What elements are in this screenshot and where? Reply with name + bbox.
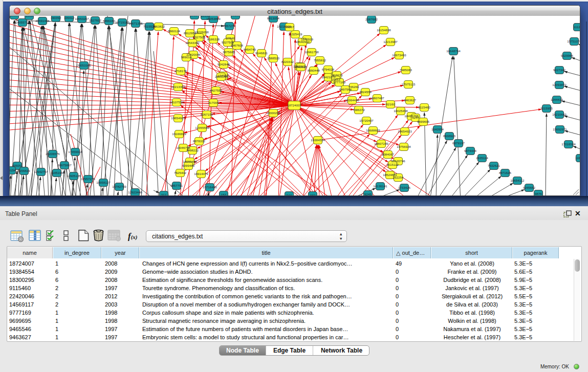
svg-text:3215955: 3215955	[540, 106, 553, 110]
svg-text:8660124: 8660124	[168, 29, 181, 33]
svg-text:8813054: 8813054	[267, 16, 280, 20]
svg-text:9242848: 9242848	[217, 62, 230, 66]
svg-text:2069: 2069	[26, 16, 33, 17]
svg-text:2867608: 2867608	[231, 43, 244, 47]
svg-text:8454749: 8454749	[244, 48, 256, 51]
svg-text:18226058: 18226058	[194, 30, 209, 34]
svg-text:16053809: 16053809	[206, 17, 221, 20]
svg-text:1156829: 1156829	[18, 169, 30, 172]
svg-text:1733426: 1733426	[398, 186, 411, 189]
svg-text:6466160: 6466160	[103, 19, 116, 23]
svg-text:8220312: 8220312	[281, 60, 294, 63]
svg-text:3824554: 3824554	[359, 90, 372, 94]
svg-text:11325419: 11325419	[288, 32, 302, 36]
svg-text:12213369: 12213369	[171, 85, 185, 89]
svg-text:6794028: 6794028	[322, 68, 335, 71]
svg-text:989014: 989014	[181, 55, 192, 59]
svg-text:746266: 746266	[349, 85, 359, 89]
svg-text:7857274: 7857274	[223, 24, 236, 28]
svg-text:16671355: 16671355	[128, 21, 143, 25]
svg-text:18107552: 18107552	[169, 100, 184, 104]
svg-text:2718176: 2718176	[175, 69, 187, 73]
svg-text:19037: 19037	[190, 16, 199, 17]
svg-text:10719185: 10719185	[115, 20, 129, 24]
svg-text:16782759: 16782759	[112, 185, 126, 188]
svg-text:1145194: 1145194	[51, 171, 63, 174]
svg-text:3875685: 3875685	[223, 50, 235, 54]
svg-text:9329966: 9329966	[561, 54, 574, 57]
svg-text:252254: 252254	[393, 176, 404, 179]
svg-text:8186328: 8186328	[207, 37, 220, 41]
svg-text:15751074: 15751074	[567, 39, 580, 43]
svg-text:20691406: 20691406	[35, 19, 50, 23]
svg-text:15692971: 15692971	[553, 127, 567, 131]
svg-text:9146821: 9146821	[255, 51, 268, 55]
svg-text:1588520: 1588520	[267, 56, 280, 60]
svg-text:20053346: 20053346	[77, 63, 91, 67]
svg-text:9876: 9876	[535, 192, 542, 195]
svg-text:6879197: 6879197	[452, 141, 465, 145]
svg-text:19654925: 19654925	[171, 116, 185, 120]
svg-text:10653267: 10653267	[75, 17, 89, 20]
svg-text:16210643: 16210643	[552, 113, 567, 116]
svg-text:9699695: 9699695	[417, 120, 430, 123]
svg-text:17359914: 17359914	[68, 150, 82, 154]
svg-text:7632621: 7632621	[488, 164, 500, 167]
svg-text:14055712: 14055712	[15, 20, 30, 24]
svg-text:10807487: 10807487	[370, 96, 384, 100]
svg-text:1562615: 1562615	[295, 65, 308, 69]
svg-text:11125: 11125	[574, 25, 580, 29]
svg-text:18640910: 18640910	[295, 40, 310, 43]
svg-text:30975867: 30975867	[57, 163, 72, 167]
svg-text:2935114: 2935114	[476, 156, 488, 160]
svg-text:312: 312	[161, 193, 167, 195]
svg-text:1640954: 1640954	[431, 127, 444, 131]
svg-text:7955812: 7955812	[314, 58, 326, 62]
svg-text:19384554: 19384554	[311, 138, 325, 142]
svg-text:2087682: 2087682	[365, 17, 378, 21]
svg-text:18807249: 18807249	[374, 142, 388, 145]
svg-text:8938923: 8938923	[443, 134, 456, 138]
svg-text:10961758: 10961758	[304, 50, 319, 54]
svg-text:17975115: 17975115	[401, 82, 416, 86]
svg-text:9245: 9245	[364, 192, 372, 195]
svg-text:18724007: 18724007	[287, 103, 301, 107]
svg-text:12213987: 12213987	[383, 40, 398, 43]
svg-text:9857791: 9857791	[170, 184, 183, 187]
svg-text:15720407: 15720407	[359, 119, 374, 122]
svg-text:20364436: 20364436	[345, 98, 359, 102]
svg-text:7625402: 7625402	[174, 171, 187, 174]
svg-text:8471626: 8471626	[499, 171, 512, 174]
svg-text:16543382: 16543382	[185, 41, 200, 45]
svg-text:1244413: 1244413	[551, 98, 563, 101]
svg-text:12942757: 12942757	[34, 170, 48, 173]
svg-text:944: 944	[287, 193, 292, 195]
svg-text:9327505: 9327505	[193, 35, 206, 39]
svg-text:9474444: 9474444	[464, 149, 477, 152]
svg-text:15716485: 15716485	[203, 185, 217, 189]
svg-text:12923448: 12923448	[128, 190, 142, 194]
svg-text:16154838: 16154838	[377, 28, 391, 32]
svg-text:9777169: 9777169	[333, 80, 346, 84]
svg-text:62160: 62160	[386, 102, 395, 106]
svg-text:16099489: 16099489	[183, 160, 197, 163]
svg-text:20206576: 20206576	[46, 152, 60, 156]
svg-text:8267150: 8267150	[201, 113, 213, 116]
svg-text:18300295: 18300295	[266, 111, 280, 115]
svg-text:f(x): f(x)	[128, 231, 138, 241]
svg-text:10654112: 10654112	[510, 179, 525, 182]
svg-text:7386372: 7386372	[353, 108, 365, 112]
svg-text:435051: 435051	[12, 164, 23, 167]
svg-text:10973493: 10973493	[392, 53, 406, 57]
svg-text:39154: 39154	[10, 168, 16, 172]
svg-text:10688609: 10688609	[366, 128, 380, 132]
svg-text:17957275: 17957275	[81, 177, 95, 181]
svg-text:317006: 317006	[208, 101, 219, 104]
svg-text:2803144: 2803144	[215, 75, 228, 78]
svg-text:88130: 88130	[231, 16, 240, 17]
svg-text:157: 157	[221, 193, 227, 195]
svg-text:10958127: 10958127	[96, 181, 111, 184]
svg-text:1527602: 1527602	[89, 18, 102, 22]
svg-text:190392: 190392	[51, 16, 61, 19]
svg-text:7663822: 7663822	[153, 25, 165, 28]
